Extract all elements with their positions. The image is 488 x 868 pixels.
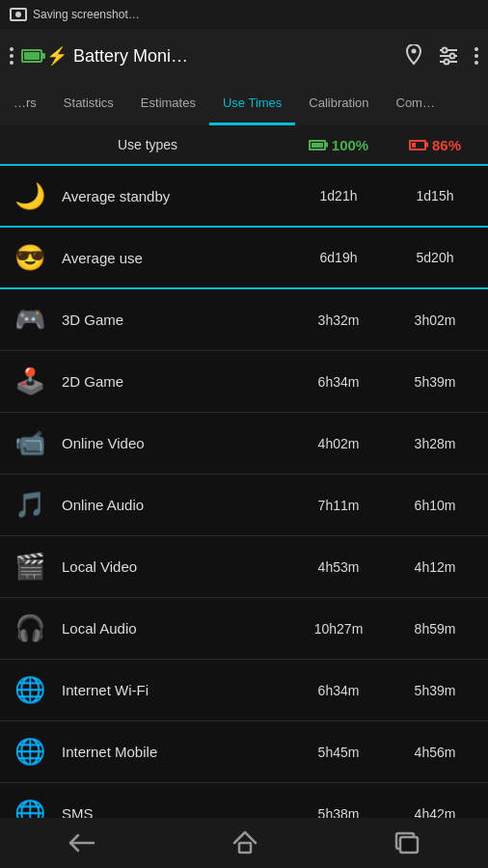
row-icon-local-audio: 🎧 bbox=[10, 609, 50, 649]
table-row-game-3d[interactable]: 🎮3D Game3h32m3h02m bbox=[0, 289, 488, 351]
menu-button[interactable] bbox=[10, 47, 14, 65]
app-title: Battery Moni… bbox=[73, 46, 405, 67]
table-row-avg-use[interactable]: 😎Average use6d19h5d20h bbox=[0, 228, 488, 289]
row-icon-avg-use: 😎 bbox=[10, 237, 50, 278]
app-bar-actions bbox=[405, 44, 478, 68]
row-val1-avg-use: 6d19h bbox=[285, 250, 392, 265]
row-val2-game-2d: 5h39m bbox=[392, 374, 478, 390]
table-row-wifi[interactable]: 🌐Internet Wi-Fi6h34m5h39m bbox=[0, 660, 488, 721]
row-val1-wifi: 6h34m bbox=[285, 683, 392, 698]
status-text: Saving screenshot… bbox=[33, 8, 140, 21]
svg-rect-8 bbox=[239, 843, 251, 853]
row-val2-online-video: 3h28m bbox=[392, 436, 478, 451]
row-val1-mobile: 5h45m bbox=[285, 745, 392, 760]
row-label-game-3d: 3D Game bbox=[62, 312, 285, 328]
row-label-local-audio: Local Audio bbox=[62, 620, 285, 637]
table-row-local-video[interactable]: 🎬Local Video4h53m4h12m bbox=[0, 536, 488, 598]
recents-button[interactable] bbox=[394, 831, 420, 854]
row-label-online-audio: Online Audio bbox=[62, 497, 285, 513]
battery-low-icon bbox=[409, 140, 426, 150]
row-val2-avg-use: 5d20h bbox=[392, 250, 478, 265]
row-val2-local-audio: 8h59m bbox=[392, 621, 478, 637]
status-bar: Saving screenshot… bbox=[0, 0, 488, 29]
app-logo: ⚡ bbox=[21, 45, 68, 67]
row-val2-avg-standby: 1d15h bbox=[392, 188, 478, 203]
battery-low-pct: 86% bbox=[432, 137, 461, 153]
tab-use-times[interactable]: Use Times bbox=[209, 83, 295, 125]
row-label-game-2d: 2D Game bbox=[62, 373, 285, 390]
row-val1-local-audio: 10h27m bbox=[285, 621, 392, 637]
table-row-mobile[interactable]: 🌐Internet Mobile5h45m4h56m bbox=[0, 721, 488, 783]
row-label-local-video: Local Video bbox=[62, 558, 285, 575]
svg-rect-10 bbox=[400, 837, 418, 853]
row-icon-game-3d: 🎮 bbox=[10, 300, 50, 340]
row-icon-game-2d: 🕹️ bbox=[10, 362, 50, 402]
row-val1-avg-standby: 1d21h bbox=[285, 188, 392, 203]
row-icon-local-video: 🎬 bbox=[10, 547, 50, 587]
tab-calibration[interactable]: Calibration bbox=[295, 83, 382, 125]
tab-estimates[interactable]: Estimates bbox=[127, 83, 209, 125]
more-options-button[interactable] bbox=[474, 47, 478, 65]
location-button[interactable] bbox=[405, 44, 422, 68]
back-button[interactable] bbox=[68, 833, 95, 853]
home-button[interactable] bbox=[232, 830, 258, 855]
row-val1-game-2d: 6h34m bbox=[285, 374, 392, 390]
col-header-bat1: 100% bbox=[285, 137, 392, 153]
battery-full-icon bbox=[309, 140, 326, 150]
row-val2-online-audio: 6h10m bbox=[392, 498, 478, 513]
battery-full-pct: 100% bbox=[332, 137, 368, 153]
table-header: Use types 100% 86% bbox=[0, 125, 488, 166]
lightning-icon: ⚡ bbox=[46, 45, 68, 67]
tab-statistics[interactable]: Statistics bbox=[50, 83, 127, 125]
row-val1-game-3d: 3h32m bbox=[285, 312, 392, 328]
row-val2-game-3d: 3h02m bbox=[392, 312, 478, 328]
tab-com[interactable]: Com… bbox=[383, 83, 448, 125]
row-label-mobile: Internet Mobile bbox=[62, 744, 285, 760]
row-icon-wifi: 🌐 bbox=[10, 670, 50, 711]
row-icon-avg-standby: 🌙 bbox=[10, 176, 50, 216]
bottom-nav bbox=[0, 818, 488, 868]
row-val1-online-video: 4h02m bbox=[285, 436, 392, 451]
row-val1-local-video: 4h53m bbox=[285, 559, 392, 575]
row-val2-local-video: 4h12m bbox=[392, 559, 478, 575]
row-label-online-video: Online Video bbox=[62, 435, 285, 451]
tab-bar: …rs Statistics Estimates Use Times Calib… bbox=[0, 83, 488, 125]
svg-point-4 bbox=[443, 48, 447, 53]
tab-filters[interactable]: …rs bbox=[0, 83, 50, 125]
table-row-avg-standby[interactable]: 🌙Average standby1d21h1d15h bbox=[0, 166, 488, 228]
row-icon-online-audio: 🎵 bbox=[10, 485, 50, 526]
sliders-button[interactable] bbox=[438, 45, 459, 67]
screenshot-icon bbox=[10, 8, 27, 21]
app-bar: ⚡ Battery Moni… bbox=[0, 29, 488, 83]
table-row-game-2d[interactable]: 🕹️2D Game6h34m5h39m bbox=[0, 351, 488, 413]
table-row-local-audio[interactable]: 🎧Local Audio10h27m8h59m bbox=[0, 598, 488, 660]
row-val1-online-audio: 7h11m bbox=[285, 498, 392, 513]
use-times-table: 🌙Average standby1d21h1d15h😎Average use6d… bbox=[0, 166, 488, 845]
row-val2-wifi: 5h39m bbox=[392, 683, 478, 698]
row-label-avg-standby: Average standby bbox=[62, 188, 285, 204]
col-header-type: Use types bbox=[10, 137, 285, 152]
svg-point-6 bbox=[445, 60, 449, 65]
table-row-online-video[interactable]: 📹Online Video4h02m3h28m bbox=[0, 413, 488, 475]
svg-point-5 bbox=[450, 54, 455, 59]
row-val2-mobile: 4h56m bbox=[392, 745, 478, 760]
table-row-online-audio[interactable]: 🎵Online Audio7h11m6h10m bbox=[0, 475, 488, 536]
svg-point-0 bbox=[412, 49, 417, 54]
row-icon-mobile: 🌐 bbox=[10, 732, 50, 773]
row-label-wifi: Internet Wi-Fi bbox=[62, 682, 285, 698]
row-label-avg-use: Average use bbox=[62, 250, 285, 266]
row-icon-online-video: 📹 bbox=[10, 423, 50, 464]
col-header-bat2: 86% bbox=[392, 137, 478, 153]
